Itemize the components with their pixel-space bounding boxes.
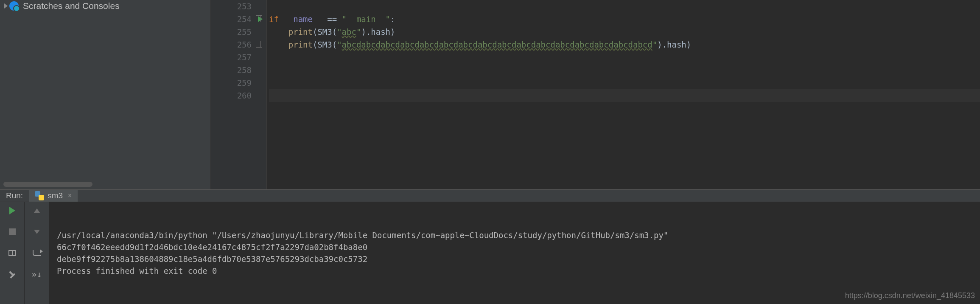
run-label: Run: bbox=[0, 190, 29, 202]
code-line[interactable] bbox=[269, 76, 980, 89]
run-toolbar-primary bbox=[0, 202, 25, 304]
code-line[interactable]: if __name__ == "__main__": bbox=[269, 13, 980, 25]
code-area[interactable]: if __name__ == "__main__": print(SM3("ab… bbox=[266, 0, 980, 189]
pin-icon bbox=[7, 269, 17, 279]
fold-icon[interactable] bbox=[256, 16, 261, 22]
rerun-button[interactable] bbox=[7, 205, 17, 216]
tree-item-label: Scratches and Consoles bbox=[23, 1, 120, 11]
down-button[interactable] bbox=[32, 227, 42, 237]
code-line[interactable]: print(SM3("abcdabcdabcdabcdabcdabcdabcda… bbox=[269, 38, 980, 51]
run-toolbar-secondary: »↓ bbox=[25, 202, 49, 304]
run-tab-bar: Run: sm3 × bbox=[0, 190, 980, 202]
tree-item-scratches[interactable]: Scratches and Consoles bbox=[0, 0, 210, 12]
arrow-up-icon bbox=[34, 208, 40, 213]
scroll-to-end-button[interactable]: »↓ bbox=[32, 269, 42, 279]
line-number[interactable]: 257 bbox=[211, 51, 252, 64]
editor-gutter[interactable]: 253254255256257258259260 bbox=[211, 0, 266, 189]
console-line: /usr/local/anaconda3/bin/python "/Users/… bbox=[57, 229, 972, 241]
line-number[interactable]: 254 bbox=[211, 13, 252, 25]
stop-button[interactable] bbox=[7, 227, 17, 237]
line-number[interactable]: 255 bbox=[211, 25, 252, 38]
watermark: https://blog.csdn.net/weixin_41845533 bbox=[845, 290, 975, 301]
line-number[interactable]: 259 bbox=[211, 76, 252, 89]
line-number[interactable]: 258 bbox=[211, 64, 252, 76]
code-line[interactable]: print(SM3("abc").hash) bbox=[269, 25, 980, 38]
line-number[interactable]: 256 bbox=[211, 38, 252, 51]
chevron-right-icon bbox=[4, 3, 8, 8]
close-icon[interactable]: × bbox=[68, 192, 72, 200]
layout-button[interactable] bbox=[7, 248, 17, 258]
arrow-down-icon bbox=[34, 230, 40, 234]
run-tool-window: Run: sm3 × »↓ /usr/local/anaconda3/bin/p… bbox=[0, 189, 980, 304]
editor-section: Scratches and Consoles 25325425525625725… bbox=[0, 0, 980, 189]
console-line: debe9ff92275b8a138604889c18e5a4d6fdb70e5… bbox=[57, 253, 972, 265]
code-line[interactable] bbox=[269, 0, 980, 13]
wrap-icon bbox=[33, 250, 41, 256]
scratches-icon bbox=[9, 1, 19, 11]
run-tab-name: sm3 bbox=[48, 191, 63, 200]
horizontal-scrollbar[interactable] bbox=[3, 182, 92, 187]
code-line[interactable] bbox=[269, 51, 980, 64]
console-line: Process finished with exit code 0 bbox=[57, 265, 972, 277]
console-output[interactable]: /usr/local/anaconda3/bin/python "/Users/… bbox=[49, 202, 980, 304]
fold-icon[interactable] bbox=[256, 41, 261, 47]
play-icon bbox=[9, 207, 15, 214]
code-line[interactable] bbox=[269, 64, 980, 76]
run-tab[interactable]: sm3 × bbox=[29, 190, 78, 202]
soft-wrap-button[interactable] bbox=[32, 248, 42, 258]
line-number[interactable]: 260 bbox=[211, 89, 252, 102]
code-line[interactable] bbox=[269, 89, 980, 102]
run-body: »↓ /usr/local/anaconda3/bin/python "/Use… bbox=[0, 202, 980, 304]
stop-icon bbox=[9, 228, 16, 235]
pin-button[interactable] bbox=[7, 269, 17, 279]
code-editor[interactable]: 253254255256257258259260 if __name__ == … bbox=[211, 0, 980, 189]
project-tool-window[interactable]: Scratches and Consoles bbox=[0, 0, 211, 189]
console-line: 66c7f0f462eeedd9d1f2d46bdc10e4e24167c487… bbox=[57, 241, 972, 253]
scroll-end-icon: »↓ bbox=[31, 271, 42, 277]
line-number[interactable]: 253 bbox=[211, 0, 252, 13]
python-icon bbox=[35, 191, 44, 200]
up-button[interactable] bbox=[32, 205, 42, 216]
layout-icon bbox=[8, 250, 16, 256]
